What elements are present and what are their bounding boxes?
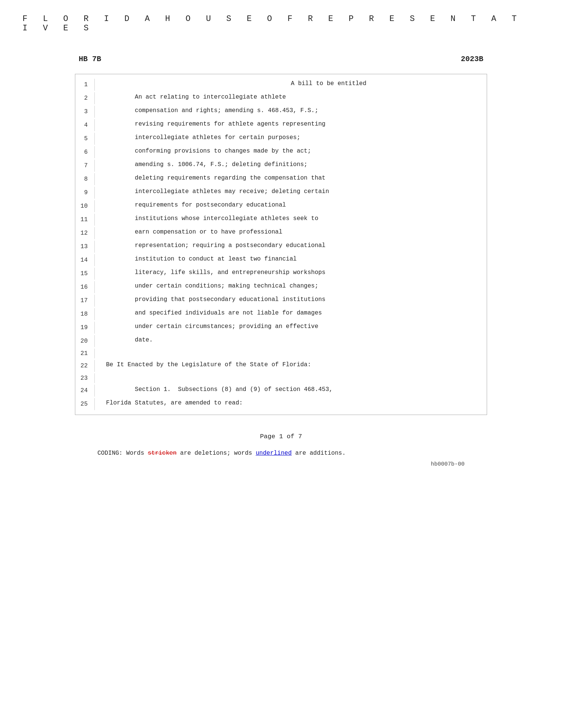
line-content: literacy, life skills, and entrepreneurs… bbox=[95, 268, 487, 278]
page-wrapper: F L O R I D A H O U S E O F R E P R E S … bbox=[0, 0, 562, 728]
table-row: 18 and specified individuals are not lia… bbox=[75, 307, 487, 321]
line-number: 18 bbox=[75, 308, 95, 320]
line-content: institution to conduct at least two fina… bbox=[95, 254, 487, 264]
line-number: 6 bbox=[75, 146, 95, 158]
line-number: 11 bbox=[75, 214, 95, 226]
line-content: deleting requirements regarding the comp… bbox=[95, 173, 487, 183]
bill-number: HB 7B bbox=[79, 55, 101, 63]
line-number: 24 bbox=[75, 385, 95, 397]
line-content: Section 1. Subsections (8) and (9) of se… bbox=[95, 385, 487, 395]
line-number: 20 bbox=[75, 335, 95, 347]
line-number: 4 bbox=[75, 119, 95, 131]
table-row: 19 under certain circumstances; providin… bbox=[75, 321, 487, 334]
coding-prefix: CODING: Words bbox=[97, 450, 148, 457]
bill-id-label: hb0007b-00 bbox=[431, 461, 465, 467]
line-number: 9 bbox=[75, 187, 95, 199]
line-number: 15 bbox=[75, 268, 95, 280]
table-row: 16 under certain conditions; making tech… bbox=[75, 280, 487, 294]
line-content: representation; requiring a postsecondar… bbox=[95, 241, 487, 251]
line-number: 13 bbox=[75, 241, 95, 253]
table-row: 5 intercollegiate athletes for certain p… bbox=[75, 132, 487, 145]
line-content: An act relating to intercollegiate athle… bbox=[95, 92, 487, 102]
line-content: under certain conditions; making technic… bbox=[95, 281, 487, 291]
line-number: 3 bbox=[75, 106, 95, 118]
bill-id: hb0007b-00 bbox=[75, 460, 487, 475]
document-area: 1 A bill to be entitled2 An act relating… bbox=[75, 74, 487, 415]
line-content: date. bbox=[95, 335, 487, 345]
table-row: 14 institution to conduct at least two f… bbox=[75, 253, 487, 267]
table-row: 10 requirements for postsecondary educat… bbox=[75, 199, 487, 213]
line-content: amending s. 1006.74, F.S.; deleting defi… bbox=[95, 160, 487, 170]
line-content: Florida Statutes, are amended to read: bbox=[95, 398, 487, 408]
table-row: 12 earn compensation or to have professi… bbox=[75, 226, 487, 240]
table-row: 24 Section 1. Subsections (8) and (9) of… bbox=[75, 384, 487, 397]
table-row: 6 conforming provisions to changes made … bbox=[75, 145, 487, 159]
table-row: 23 bbox=[75, 373, 487, 384]
line-number: 17 bbox=[75, 295, 95, 307]
line-number: 21 bbox=[75, 349, 95, 358]
line-number: 2 bbox=[75, 92, 95, 104]
table-row: 15 literacy, life skills, and entreprene… bbox=[75, 267, 487, 280]
line-content: and specified individuals are not liable… bbox=[95, 308, 487, 318]
coding-note: CODING: Words stricken are deletions; wo… bbox=[75, 444, 487, 460]
bill-meta: HB 7B 2023B bbox=[56, 44, 506, 70]
table-row: 20 date. bbox=[75, 334, 487, 348]
table-row: 25Florida Statutes, are amended to read: bbox=[75, 397, 487, 411]
line-content: compensation and rights; amending s. 468… bbox=[95, 106, 487, 116]
line-number: 22 bbox=[75, 360, 95, 372]
line-number: 23 bbox=[75, 373, 95, 383]
table-row: 2 An act relating to intercollegiate ath… bbox=[75, 91, 487, 105]
bill-year: 2023B bbox=[461, 55, 483, 63]
line-number: 25 bbox=[75, 398, 95, 410]
table-row: 17 providing that postsecondary educatio… bbox=[75, 294, 487, 307]
line-number: 12 bbox=[75, 227, 95, 239]
page-number: Page 1 of 7 bbox=[260, 433, 302, 440]
document-inner: 1 A bill to be entitled2 An act relating… bbox=[75, 74, 487, 415]
line-number: 19 bbox=[75, 322, 95, 334]
table-row: 13 representation; requiring a postsecon… bbox=[75, 240, 487, 253]
line-content: conforming provisions to changes made by… bbox=[95, 146, 487, 156]
table-row: 4 revising requirements for athlete agen… bbox=[75, 118, 487, 132]
line-content: intercollegiate athletes for certain pur… bbox=[95, 133, 487, 143]
line-number: 16 bbox=[75, 281, 95, 293]
table-row: 22Be It Enacted by the Legislature of th… bbox=[75, 359, 487, 373]
line-content: providing that postsecondary educational… bbox=[95, 295, 487, 305]
line-content: under certain circumstances; providing a… bbox=[95, 322, 487, 332]
line-number: 1 bbox=[75, 79, 95, 91]
table-row: 3 compensation and rights; amending s. 4… bbox=[75, 105, 487, 118]
line-number: 7 bbox=[75, 160, 95, 172]
line-content: institutions whose intercollegiate athle… bbox=[95, 214, 487, 224]
line-content: requirements for postsecondary education… bbox=[95, 200, 487, 210]
table-row: 8 deleting requirements regarding the co… bbox=[75, 172, 487, 186]
line-number: 5 bbox=[75, 133, 95, 145]
line-content: earn compensation or to have professiona… bbox=[95, 227, 487, 237]
table-row: 11 institutions whose intercollegiate at… bbox=[75, 213, 487, 226]
table-row: 21 bbox=[75, 348, 487, 359]
header-bar: F L O R I D A H O U S E O F R E P R E S … bbox=[0, 0, 562, 44]
line-number: 10 bbox=[75, 200, 95, 212]
line-content: intercollegiate athletes may receive; de… bbox=[95, 187, 487, 197]
underlined-label: underlined bbox=[256, 450, 291, 457]
line-number: 8 bbox=[75, 173, 95, 185]
table-row: 1 A bill to be entitled bbox=[75, 78, 487, 91]
header-title: F L O R I D A H O U S E O F R E P R E S … bbox=[22, 14, 540, 33]
table-row: 7 amending s. 1006.74, F.S.; deleting de… bbox=[75, 159, 487, 172]
line-content: revising requirements for athlete agents… bbox=[95, 119, 487, 129]
line-content: Be It Enacted by the Legislature of the … bbox=[95, 360, 487, 370]
table-row: 9 intercollegiate athletes may receive; … bbox=[75, 186, 487, 199]
line-content: A bill to be entitled bbox=[95, 79, 487, 89]
coding-suffix: are additions. bbox=[291, 450, 345, 457]
stricken-label: stricken bbox=[148, 450, 176, 457]
page-footer: Page 1 of 7 bbox=[0, 426, 562, 444]
coding-middle: are deletions; words bbox=[176, 450, 256, 457]
line-number: 14 bbox=[75, 254, 95, 266]
